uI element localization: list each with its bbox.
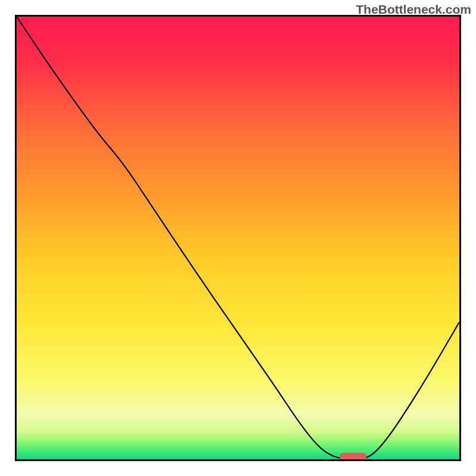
chart-svg bbox=[17, 17, 459, 459]
chart-plot-area bbox=[17, 17, 459, 459]
watermark-text: TheBottleneck.com bbox=[356, 2, 471, 17]
chart-frame bbox=[15, 15, 461, 461]
chart-background bbox=[17, 17, 459, 459]
optimum-marker bbox=[340, 453, 367, 459]
